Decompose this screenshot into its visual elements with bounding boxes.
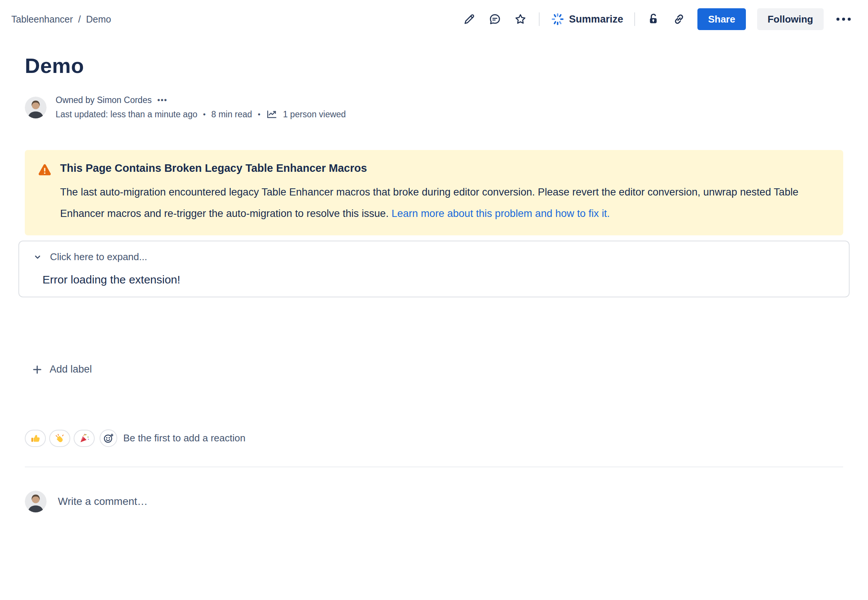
add-reaction-icon — [103, 433, 114, 444]
confluence-page: Tableenhancer / Demo — [0, 0, 868, 600]
star-icon — [514, 13, 527, 26]
analytics-icon — [266, 109, 277, 120]
expand-error-text: Error loading the extension! — [19, 273, 849, 286]
restrictions-button[interactable] — [646, 12, 661, 26]
copy-link-button[interactable] — [672, 12, 686, 26]
more-icon — [836, 18, 839, 21]
breadcrumb-space[interactable]: Tableenhancer — [11, 14, 73, 25]
add-reaction-button[interactable] — [100, 429, 117, 447]
comments-button[interactable] — [488, 12, 502, 26]
party-popper-emoji — [79, 433, 90, 444]
warning-icon — [38, 162, 52, 224]
breadcrumb: Tableenhancer / Demo — [11, 14, 111, 25]
unlock-icon — [647, 13, 660, 26]
last-updated[interactable]: Last updated: less than a minute ago — [56, 109, 197, 120]
user-avatar[interactable] — [25, 491, 47, 512]
comment-composer[interactable]: Write a comment… — [25, 491, 843, 512]
reaction-thumbs-up-button[interactable] — [25, 430, 46, 447]
ai-sparkle-icon — [551, 12, 564, 26]
page-title: Demo — [25, 53, 843, 78]
add-label-text: Add label — [50, 364, 92, 375]
owner-more-button[interactable]: ••• — [157, 96, 168, 105]
following-button[interactable]: Following — [757, 8, 824, 30]
reaction-clap-button[interactable] — [49, 430, 70, 447]
comment-divider — [25, 467, 843, 467]
comments-icon — [488, 13, 501, 26]
banner-learn-more-link[interactable]: Learn more about this problem and how to… — [392, 208, 610, 219]
page-content: Demo Owned by Simon Cordes ••• Last upda… — [0, 53, 868, 512]
plus-icon — [32, 364, 43, 375]
reaction-prompt: Be the first to add a reaction — [123, 432, 245, 444]
share-button[interactable]: Share — [697, 8, 746, 30]
warning-banner: This Page Contains Broken Legacy Table E… — [25, 150, 843, 235]
expand-toggle[interactable]: Click here to expand... — [19, 251, 849, 263]
read-time: 8 min read — [211, 109, 252, 120]
reaction-party-popper-button[interactable] — [74, 430, 95, 447]
expand-macro: Click here to expand... Error loading th… — [18, 241, 850, 297]
page-actions: Summarize Share Following — [462, 8, 852, 30]
owner-avatar[interactable] — [25, 97, 47, 118]
owner-label[interactable]: Owned by Simon Cordes — [56, 95, 152, 105]
chevron-down-icon — [33, 252, 42, 262]
byline: Owned by Simon Cordes ••• Last updated: … — [25, 95, 843, 120]
toolbar-divider — [634, 12, 635, 26]
toolbar-divider — [539, 12, 540, 26]
edit-button[interactable] — [462, 12, 476, 26]
expand-toggle-label: Click here to expand... — [50, 251, 147, 263]
breadcrumb-separator: / — [78, 14, 81, 25]
summarize-label: Summarize — [569, 14, 623, 25]
views-count[interactable]: 1 person viewed — [283, 109, 346, 120]
add-label-button[interactable]: Add label — [25, 364, 92, 375]
top-bar: Tableenhancer / Demo — [0, 0, 868, 35]
summarize-button[interactable]: Summarize — [551, 12, 623, 26]
more-actions-button[interactable] — [835, 15, 852, 24]
banner-body: The last auto-migration encountered lega… — [60, 181, 827, 224]
thumbs-up-emoji — [30, 433, 41, 444]
breadcrumb-page[interactable]: Demo — [86, 14, 111, 25]
clap-emoji — [54, 433, 65, 444]
edit-icon — [463, 13, 476, 26]
banner-heading: This Page Contains Broken Legacy Table E… — [60, 162, 827, 174]
comment-input[interactable]: Write a comment… — [58, 495, 148, 508]
star-button[interactable] — [513, 12, 528, 26]
link-icon — [673, 13, 685, 26]
reactions-row: Be the first to add a reaction — [25, 429, 843, 447]
